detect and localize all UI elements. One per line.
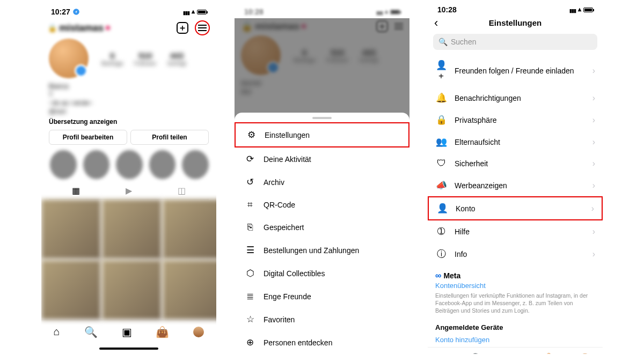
story-highlights[interactable] [49, 150, 209, 179]
add-account-link[interactable]: Konto hinzufügen [428, 333, 603, 347]
settings-item-werbeanzeigen[interactable]: 📣Werbeanzeigen› [428, 174, 603, 196]
search-icon[interactable]: 🔍 [84, 326, 98, 338]
settings-item-freunden-folgen-freunde-einladen[interactable]: 👤+Freunden folgen / Freunde einladen› [428, 54, 603, 87]
meta-description: Einstellungen für verknüpfte Funktionen … [435, 292, 595, 315]
menu-item-label: Favoriten [264, 315, 295, 324]
profile-nav-icon[interactable] [193, 327, 204, 337]
favoriten-icon: ☆ [244, 314, 256, 325]
elternaufsicht-icon: 👥 [435, 136, 447, 147]
gespeichert-icon: ⎘ [244, 222, 256, 233]
create-post-button[interactable]: ＋ [177, 22, 188, 34]
shop-icon[interactable]: 👜 [156, 326, 169, 338]
meta-accounts-block: ∞Meta Kontenübersicht Einstellungen für … [428, 265, 603, 318]
settings-item-privatsph-re[interactable]: 🔒Privatsphäre› [428, 109, 603, 131]
menu-item-bestellungen-und-zahlungen[interactable]: ☰Bestellungen und Zahlungen [235, 239, 409, 262]
settings-item-sicherheit[interactable]: 🛡Sicherheit› [428, 153, 603, 174]
wifi-icon [192, 8, 195, 16]
settings-item-label: Werbeanzeigen [455, 181, 507, 190]
signal-icon [183, 8, 189, 16]
settings-item-label: Freunden folgen / Freunde einladen [455, 67, 574, 75]
back-button[interactable]: ‹ [434, 16, 438, 30]
bottom-sheet: ⚙Einstellungen⟳Deine Aktivität↺Archiv⌗QR… [235, 113, 409, 354]
settings-item-label: Benachrichtigungen [455, 94, 521, 102]
archiv-icon: ↺ [244, 176, 256, 188]
menu-button-highlighted[interactable] [195, 20, 210, 35]
digital-collectibles-icon: ⬡ [244, 268, 256, 279]
profile-username[interactable]: 🔒 mistamas [48, 23, 110, 34]
settings-item-label: Sicherheit [455, 159, 488, 168]
bottom-nav: ⌂ 🔍 ▣ 👜 [41, 320, 216, 343]
menu-item-enge-freunde[interactable]: ≣Enge Freunde [235, 285, 409, 308]
sheet-handle-icon[interactable] [312, 117, 332, 119]
menu-item-label: Deine Aktivität [264, 155, 311, 164]
privatsph-re-icon: 🔒 [435, 114, 447, 125]
hamburger-icon [198, 25, 207, 31]
shop-icon[interactable]: 👜 [542, 352, 555, 354]
menu-item-archiv[interactable]: ↺Archiv [235, 171, 409, 194]
screen-menu-sheet: 10:28 🔒mistamas ＋ 6Beiträge 510Follower … [235, 5, 409, 354]
chevron-right-icon: › [592, 159, 595, 168]
status-time: 10:28 [244, 8, 264, 16]
posts-grid[interactable] [41, 200, 216, 320]
chevron-right-icon: › [591, 204, 594, 213]
menu-item-label: Archiv [264, 178, 284, 187]
settings-item-label: Info [455, 250, 467, 258]
tagged-tab-icon[interactable]: ◫ [178, 186, 186, 196]
menu-item-deine-aktivit-t[interactable]: ⟳Deine Aktivität [235, 147, 409, 171]
home-icon[interactable]: ⌂ [53, 326, 60, 338]
settings-item-hilfe[interactable]: ➀Hilfe› [428, 220, 603, 242]
menu-item-digital-collectibles[interactable]: ⬡Digital Collectibles [235, 262, 409, 285]
settings-item-label: Elternaufsicht [455, 138, 500, 146]
settings-item-label: Konto [456, 204, 475, 213]
menu-item-favoriten[interactable]: ☆Favoriten [235, 308, 409, 331]
settings-item-info[interactable]: ⓘInfo› [428, 242, 603, 265]
reels-icon[interactable]: ▣ [508, 352, 518, 354]
menu-item-gespeichert[interactable]: ⎘Gespeichert [235, 216, 409, 239]
screen-profile: 10:27 🔒 mistamas ＋ [41, 5, 216, 354]
accounts-overview-link[interactable]: Kontenübersicht [435, 282, 595, 290]
meta-logo: ∞Meta [435, 271, 595, 280]
grid-tab-icon[interactable]: ▦ [72, 186, 80, 196]
status-bar: 10:28 [428, 5, 603, 14]
reels-icon[interactable]: ▣ [122, 326, 132, 338]
settings-item-label: Privatsphäre [455, 116, 497, 124]
menu-item-label: Digital Collectibles [264, 269, 325, 278]
menu-item-label: Bestellungen und Zahlungen [264, 246, 359, 255]
benachrichtigungen-icon: 🔔 [435, 92, 447, 104]
profile-tabs[interactable]: ▦ ▶ ◫ [49, 186, 209, 200]
menu-item-label: Gespeichert [264, 223, 304, 232]
home-icon[interactable]: ⌂ [440, 353, 446, 354]
chevron-right-icon: › [592, 249, 595, 259]
menu-item-label: QR-Code [264, 201, 295, 209]
settings-item-benachrichtigungen[interactable]: 🔔Benachrichtigungen› [428, 87, 603, 109]
info-icon: ⓘ [435, 248, 447, 260]
home-indicator [41, 343, 216, 354]
bestellungen-und-zahlungen-icon: ☰ [244, 245, 256, 256]
menu-item-label: Einstellungen [265, 131, 310, 139]
profile-nav-icon[interactable] [580, 353, 590, 354]
reels-tab-icon[interactable]: ▶ [126, 186, 132, 196]
deine-aktivit-t-icon: ⟳ [244, 153, 256, 165]
chevron-right-icon: › [592, 137, 595, 147]
search-input[interactable]: 🔍 Suchen [433, 34, 597, 50]
settings-item-konto[interactable]: 👤Konto› [428, 196, 603, 220]
settings-item-label: Hilfe [455, 227, 470, 236]
menu-item-einstellungen[interactable]: ⚙Einstellungen [235, 122, 409, 147]
personen-entdecken-icon: ⊕ [244, 337, 256, 348]
profile-avatar[interactable] [49, 39, 89, 78]
freunden-folgen-freunde-einladen-icon: 👤+ [435, 60, 447, 82]
settings-header: ‹ Einstellungen [428, 14, 603, 32]
einstellungen-icon: ⚙ [245, 129, 257, 141]
share-profile-button[interactable]: Profil teilen [130, 130, 209, 145]
chevron-right-icon: › [592, 93, 595, 103]
settings-item-elternaufsicht[interactable]: 👥Elternaufsicht› [428, 131, 603, 153]
werbeanzeigen-icon: 📣 [435, 180, 447, 191]
edit-profile-button[interactable]: Profil bearbeiten [49, 130, 127, 145]
menu-item-personen-entdecken[interactable]: ⊕Personen entdecken [235, 331, 409, 354]
search-icon[interactable]: 🔍 [471, 352, 484, 354]
profile-stats: 6Beiträge 510Follower 443Gefolgt [101, 51, 186, 67]
profile-bio: Bianca T ~do as i wrote~ @nori [49, 83, 209, 116]
page-title: Einstellungen [489, 18, 541, 27]
menu-item-qr-code[interactable]: ⌗QR-Code [235, 194, 409, 216]
translate-link[interactable]: Übersetzung anzeigen [49, 118, 209, 125]
